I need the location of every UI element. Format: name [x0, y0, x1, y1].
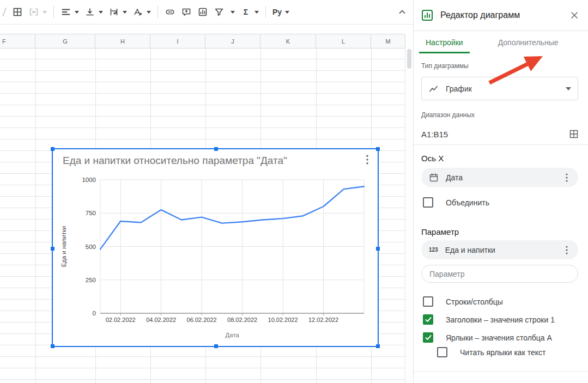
- tab-settings[interactable]: Настройки: [419, 32, 470, 53]
- svg-text:1000: 1000: [82, 177, 96, 183]
- filter-button[interactable]: [212, 5, 226, 19]
- select-range-button[interactable]: [568, 128, 580, 140]
- column-headers: FGHIJKLM: [0, 34, 405, 48]
- combine-label: Объединить: [446, 198, 489, 207]
- text-rotation-icon: [133, 7, 143, 17]
- text-rotation-caret[interactable]: [147, 11, 151, 14]
- horizontal-align-button[interactable]: [59, 5, 73, 19]
- column-header-J[interactable]: J: [205, 34, 260, 48]
- borders-icon: [13, 7, 22, 17]
- text-wrap-caret[interactable]: [123, 11, 127, 14]
- checkbox-checked[interactable]: [423, 314, 433, 325]
- chart-menu-kebab[interactable]: [362, 154, 373, 166]
- chart-resize-handle[interactable]: [376, 344, 380, 348]
- borders-button[interactable]: [10, 5, 25, 19]
- chevron-up-icon: [398, 8, 407, 16]
- chart-resize-handle[interactable]: [214, 344, 218, 348]
- svg-text:02.02.2022: 02.02.2022: [106, 317, 136, 323]
- series-section-label: Параметр: [421, 227, 459, 236]
- option-row[interactable]: Читать ярлыки как текст: [437, 347, 545, 357]
- svg-text:04.02.2022: 04.02.2022: [146, 317, 176, 323]
- panel-title: Редактор диаграмм: [440, 10, 568, 20]
- svg-text:08.02.2022: 08.02.2022: [227, 317, 257, 323]
- vertical-align-caret[interactable]: [99, 11, 103, 14]
- merge-cells-button[interactable]: [27, 5, 41, 19]
- data-range-value: A1:B15: [421, 130, 568, 139]
- column-header-F[interactable]: F: [0, 34, 35, 48]
- insert-chart-button[interactable]: [196, 5, 210, 19]
- column-header-G[interactable]: G: [35, 34, 95, 48]
- chart-title: Еда и напитки относительно параметра "Да…: [63, 155, 287, 167]
- merge-cells-caret[interactable]: [43, 11, 47, 14]
- option-row[interactable]: Заголовки – значения строки 1: [423, 314, 555, 325]
- chart-resize-handle[interactable]: [376, 247, 380, 251]
- column-header-K[interactable]: K: [260, 34, 316, 48]
- column-header-L[interactable]: L: [316, 34, 371, 48]
- checkbox[interactable]: [437, 347, 447, 357]
- chart-resize-handle[interactable]: [214, 147, 218, 151]
- column-header-M[interactable]: M: [371, 34, 405, 48]
- chart-resize-handle[interactable]: [51, 247, 54, 251]
- combine-checkbox-row[interactable]: Объединить: [423, 197, 489, 208]
- scrollbar-thumb[interactable]: [407, 49, 411, 69]
- chart-type-select[interactable]: График: [421, 77, 578, 100]
- functions-caret[interactable]: [254, 11, 259, 14]
- x-axis-options-kebab[interactable]: [561, 172, 573, 184]
- merge-cells-icon: [29, 7, 39, 17]
- chart-resize-handle[interactable]: [51, 147, 54, 151]
- input-tools-caret[interactable]: [285, 11, 289, 14]
- close-icon: [570, 11, 579, 20]
- number-123-icon: 123: [429, 247, 438, 253]
- column-header-I[interactable]: I: [150, 34, 205, 48]
- chart-resize-handle[interactable]: [376, 147, 380, 151]
- toolbar: Σ Ру: [0, 0, 413, 25]
- kebab-icon: [366, 155, 368, 165]
- insert-comment-icon: [181, 7, 191, 17]
- tab-label: Настройки: [426, 38, 463, 47]
- panel-header: Редактор диаграмм: [414, 0, 588, 31]
- data-range-row: A1:B15: [421, 125, 580, 143]
- svg-text:250: 250: [86, 277, 96, 283]
- checkbox-checked[interactable]: [423, 332, 433, 343]
- series-chip[interactable]: 123 Еда и напитки: [421, 240, 578, 259]
- text-rotation-button[interactable]: [131, 5, 145, 19]
- functions-button[interactable]: Σ: [239, 5, 253, 19]
- tab-customize[interactable]: Дополнительные: [492, 32, 565, 53]
- add-series-placeholder: Параметр: [429, 270, 465, 278]
- panel-tabs: Настройки Дополнительные: [414, 32, 588, 53]
- text-wrap-button[interactable]: [107, 5, 121, 19]
- option-label: Заголовки – значения строки 1: [446, 315, 555, 324]
- svg-text:0: 0: [93, 310, 96, 317]
- insert-chart-icon: [198, 7, 208, 17]
- grid-select-icon: [569, 129, 579, 139]
- toolbar-separator: [157, 6, 158, 18]
- add-series-field[interactable]: Параметр: [421, 265, 578, 283]
- combine-checkbox[interactable]: [423, 197, 433, 208]
- checkbox[interactable]: [423, 296, 433, 307]
- insert-comment-button[interactable]: [179, 5, 193, 19]
- chart-resize-handle[interactable]: [51, 344, 54, 348]
- vertical-align-button[interactable]: [83, 5, 97, 19]
- line-chart-icon: [428, 83, 439, 94]
- insert-link-icon: [165, 7, 175, 17]
- chart-type-label: Тип диаграммы: [421, 62, 469, 70]
- filter-views-caret[interactable]: [231, 11, 235, 14]
- embedded-chart[interactable]: 0250500750100002.02.202204.02.202206.02.…: [52, 148, 379, 347]
- partial-icon: [0, 8, 7, 16]
- series-options-kebab[interactable]: [561, 244, 573, 256]
- toolbar-separator: [265, 6, 266, 18]
- input-tools-button[interactable]: Ру: [271, 5, 283, 19]
- column-header-H[interactable]: H: [95, 34, 150, 48]
- chart-type-value: График: [446, 84, 566, 93]
- close-button[interactable]: [568, 9, 580, 21]
- kebab-icon: [566, 173, 568, 182]
- collapse-toolbar-button[interactable]: [396, 6, 408, 18]
- svg-text:10.02.2022: 10.02.2022: [268, 317, 298, 323]
- x-axis-value: Дата: [446, 173, 561, 182]
- option-row[interactable]: Строки/столбцы: [423, 296, 503, 307]
- horizontal-align-caret[interactable]: [75, 11, 79, 14]
- x-axis-chip[interactable]: Дата: [421, 168, 578, 187]
- insert-link-button[interactable]: [163, 5, 177, 19]
- vertical-scrollbar[interactable]: [405, 34, 413, 383]
- option-row[interactable]: Ярлыки – значения столбца A: [423, 332, 552, 343]
